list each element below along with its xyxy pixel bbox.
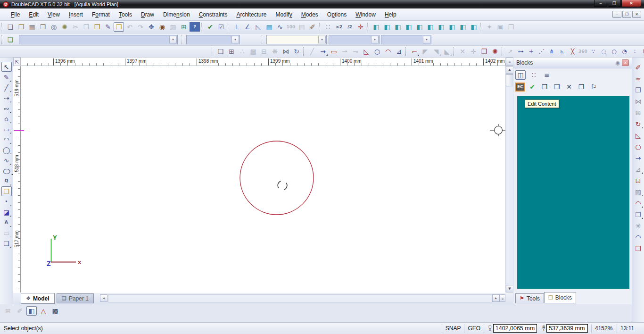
pin-icon[interactable]: ◉ [615,60,620,66]
zoom-previous[interactable]: ◉ [157,22,167,32]
spline-tool[interactable]: ∿ [1,155,12,165]
edit-eraser[interactable]: ✐ [633,63,644,72]
polyline-entity[interactable]: → [633,153,644,163]
hatch-entity[interactable]: ▨ [633,187,644,197]
paste[interactable]: ❒ [92,22,102,32]
copy-block[interactable]: ❐ [539,82,550,92]
new-file[interactable]: ❏ [5,22,16,32]
menu-file[interactable]: File [7,10,24,19]
print-entity[interactable]: ❒ [633,244,644,253]
grid-options[interactable]: ▦ [264,22,274,32]
calculator[interactable]: ⊞ [179,22,189,32]
arc-tool[interactable]: ◠ [1,134,12,144]
workplane-by-entity[interactable]: ◧ [371,22,381,32]
rotate-handle-icon[interactable] [278,181,287,190]
snap-cross[interactable]: ╳ [568,47,578,56]
toolbar-grip[interactable] [212,47,214,56]
hscroll-splitter[interactable]: ≡ [500,294,505,302]
toolbar-grip[interactable] [1,35,4,44]
copy-from-drawing[interactable]: ❐ [576,82,586,92]
inspect-vector[interactable]: ∠ [242,22,253,32]
edit-content-tool[interactable]: ❒ [1,186,12,196]
mdi-minimize-button[interactable]: – [612,11,621,18]
view-iso-ne[interactable]: ◧ [436,22,446,32]
group-copy[interactable]: ❐ [633,210,644,219]
arc[interactable]: ◠ [383,47,393,56]
duplicate-entity[interactable]: ❐ [633,85,644,95]
grid-dots[interactable]: ∷ [323,22,333,32]
fillet[interactable]: ⌐ [409,47,420,56]
snap-toggle[interactable]: SNAP [442,324,464,333]
pattern-combo[interactable]: ▾ [381,35,431,44]
stack-pages[interactable]: ❏ [215,47,226,56]
x-coordinate-field[interactable]: 1402,0065 mm [493,324,537,333]
sketch-tool[interactable]: ✎ [1,72,12,82]
center-mark[interactable]: ✺ [490,47,500,56]
tag-block[interactable]: ⚐ [588,82,599,92]
snap-midpoint[interactable]: ⊶ [516,47,526,56]
linestyle-combo[interactable]: ▾ [266,35,327,44]
format-painter[interactable]: ✎ [103,22,113,32]
menu-help[interactable]: Help [380,10,401,19]
grid-half[interactable]: /2 [345,22,355,32]
rotate-copy[interactable]: ↻ [291,47,302,56]
tab-model[interactable]: ❖ Model [21,293,55,304]
menu-modes[interactable]: Modes [297,10,322,19]
line-tool[interactable]: ╱ [1,83,12,92]
image-attach[interactable]: ⊡ [633,176,644,185]
layer-combo[interactable]: ▾ [19,35,178,44]
geo-toggle[interactable]: GEO [464,324,484,333]
confirm-edits[interactable]: ✔ [527,82,537,92]
view-iso-se[interactable]: ◧ [458,22,468,32]
chevron-down-icon[interactable]: ▾ [231,36,239,43]
circle-tool[interactable]: ◯ [1,145,12,155]
vertical-scrollbar[interactable]: ≡ ▲ ▼ [505,58,513,292]
workplane-right[interactable]: ◧ [414,22,425,32]
marker-pen[interactable]: ✐ [307,22,318,32]
tab-paper1[interactable]: ❏ Paper 1 [57,293,94,303]
blocks-content[interactable] [517,96,629,289]
menu-modify[interactable]: Modify [271,10,296,19]
menu-insert[interactable]: Insert [65,10,87,19]
text-tool[interactable]: A [1,217,12,227]
menu-draw[interactable]: Draw [137,10,158,19]
snap-arc-center[interactable]: ○ [609,47,619,56]
viewport-tool[interactable]: ❏ [1,238,12,248]
toolbar-grip[interactable] [319,23,322,31]
spell-check[interactable]: ✔ [205,22,215,32]
chevron-down-icon[interactable]: ▾ [423,36,430,43]
snap-vertex[interactable]: ∶ [630,47,640,56]
snap-grid-point[interactable]: ⊡ [640,47,644,56]
ruler-origin-icon[interactable]: ⇱ [13,58,21,66]
snap-perpendicular[interactable]: ⊾ [557,47,567,56]
rectangle-tool[interactable]: ▭ [1,124,12,134]
restore-button[interactable]: ❐ [608,0,621,7]
scroll-right-button[interactable]: ▸ [492,294,500,302]
chevron-down-icon[interactable]: ▾ [169,36,177,43]
arc-entity[interactable]: ◠ [633,233,644,242]
y-coordinate-field[interactable]: 537,3639 mm [546,324,588,333]
horizontal-scrollbar[interactable] [108,294,492,302]
menu-window[interactable]: Window [351,10,380,19]
menu-edit[interactable]: Edit [25,10,43,19]
tile-view[interactable]: ⊞ [226,47,237,56]
scrollbar-split-button[interactable]: ≡ [506,58,513,66]
selection-info-icon[interactable]: ❏ [5,35,16,44]
toolbar-grip[interactable] [182,35,184,44]
inspect-curve[interactable]: ∿ [275,22,285,32]
menu-view[interactable]: View [43,10,64,19]
render-finish[interactable]: ▩ [50,306,60,316]
view-iso-nw[interactable]: ◧ [447,22,457,32]
publish[interactable]: ❐ [38,22,48,32]
snap-center[interactable]: ◌ [599,47,609,56]
menu-options[interactable]: Options [323,10,351,19]
grid-origin[interactable]: ✛ [355,22,366,32]
menu-dimension[interactable]: Dimension [159,10,194,19]
view-list[interactable]: ∷ [528,70,539,80]
tab-blocks[interactable]: ❒ Blocks [544,292,576,303]
vscroll-thumb[interactable] [506,74,513,86]
circle-entity[interactable]: ○ [633,142,644,151]
draft-render-mode[interactable]: ◧ [26,306,37,316]
ellipse-tool[interactable]: ○ [0,166,13,175]
workplane-front[interactable]: ◧ [393,22,403,32]
